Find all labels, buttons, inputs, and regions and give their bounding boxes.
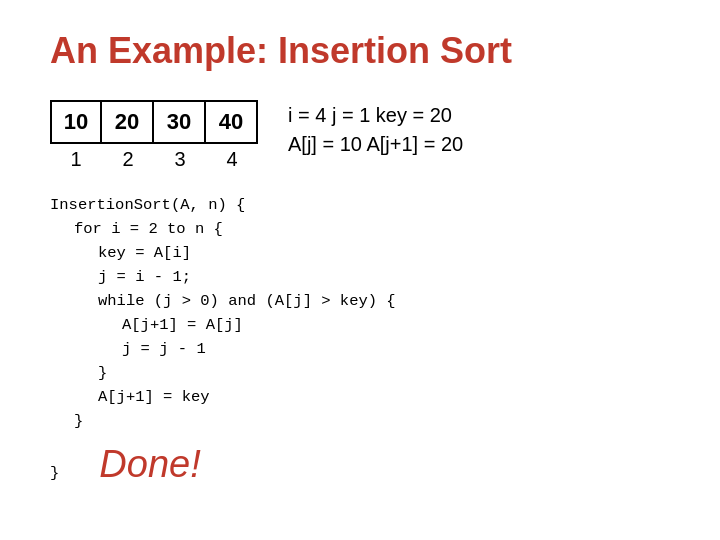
index-3: 4 xyxy=(206,148,258,171)
code-line-5: A[j+1] = A[j] xyxy=(122,313,670,337)
slide: An Example: Insertion Sort 10 20 30 40 1… xyxy=(0,0,720,540)
array-indices: 1 2 3 4 xyxy=(50,148,258,171)
slide-title: An Example: Insertion Sort xyxy=(50,30,670,72)
done-label: Done! xyxy=(99,435,200,494)
cell-3: 40 xyxy=(206,100,258,144)
cell-1: 20 xyxy=(102,100,154,144)
code-line-0: InsertionSort(A, n) { xyxy=(50,193,670,217)
code-line-6: j = j - 1 xyxy=(122,337,670,361)
code-line-7: } xyxy=(98,361,670,385)
state-line-1: i = 4 j = 1 key = 20 xyxy=(288,104,463,127)
code-line-9: } xyxy=(74,409,670,433)
cell-0: 10 xyxy=(50,100,102,144)
state-info: i = 4 j = 1 key = 20 A[j] = 10 A[j+1] = … xyxy=(288,100,463,156)
code-line-1: for i = 2 to n { xyxy=(74,217,670,241)
top-row: 10 20 30 40 1 2 3 4 i = 4 j = 1 key = 20… xyxy=(50,100,670,171)
cell-2: 30 xyxy=(154,100,206,144)
code-line-8: A[j+1] = key xyxy=(98,385,670,409)
index-2: 3 xyxy=(154,148,206,171)
code-line-4: while (j > 0) and (A[j] > key) { xyxy=(98,289,670,313)
array-container: 10 20 30 40 1 2 3 4 xyxy=(50,100,258,171)
array-cells: 10 20 30 40 xyxy=(50,100,258,144)
code-line-2: key = A[i] xyxy=(98,241,670,265)
code-last-row: } Done! xyxy=(50,435,670,494)
code-block: InsertionSort(A, n) { for i = 2 to n { k… xyxy=(50,193,670,494)
content-area: 10 20 30 40 1 2 3 4 i = 4 j = 1 key = 20… xyxy=(50,100,670,494)
index-0: 1 xyxy=(50,148,102,171)
code-line-3: j = i - 1; xyxy=(98,265,670,289)
state-line-2: A[j] = 10 A[j+1] = 20 xyxy=(288,133,463,156)
index-1: 2 xyxy=(102,148,154,171)
closing-brace: } xyxy=(50,461,59,485)
